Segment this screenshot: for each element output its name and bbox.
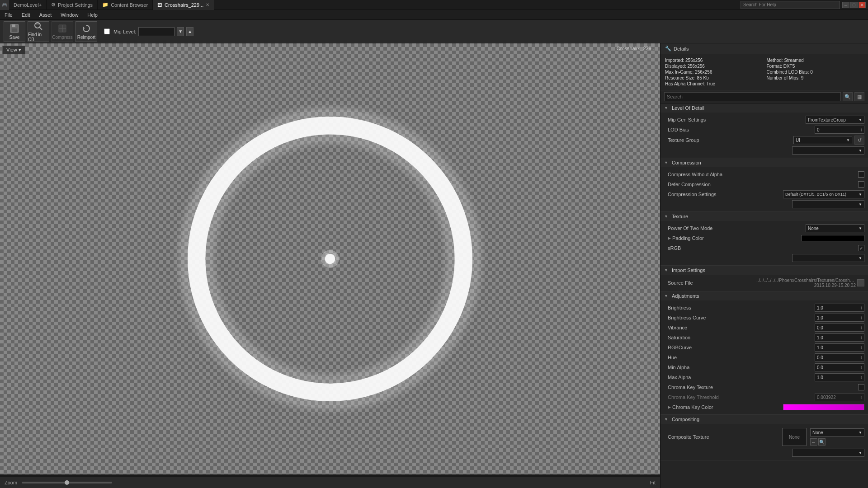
viewport-panel: View ▾ Crosshairs_229... bbox=[0, 43, 660, 488]
save-button[interactable]: Save bbox=[4, 21, 25, 42]
saturation-input[interactable]: 1.0 ⟨ bbox=[815, 333, 864, 342]
composite-search-button[interactable]: 🔍 bbox=[818, 438, 826, 446]
defer-compression-checkbox[interactable] bbox=[858, 181, 864, 188]
spin-icon[interactable]: ⟨ bbox=[861, 346, 862, 350]
brightness-input[interactable]: 1.0 ⟨ bbox=[815, 304, 864, 312]
menu-help[interactable]: Help bbox=[83, 10, 102, 20]
zoom-slider[interactable] bbox=[22, 482, 112, 483]
power-of-two-label: Power Of Two Mode bbox=[668, 225, 806, 231]
spin-icon[interactable]: ⟨ bbox=[861, 356, 862, 360]
texture-name-label: Crosshairs_229... bbox=[617, 46, 656, 51]
source-file-browse-button[interactable]: … bbox=[857, 279, 864, 286]
adjustments-expand-icon: ▼ bbox=[664, 294, 668, 298]
tab-project-settings[interactable]: ⚙Project Settings bbox=[47, 0, 98, 10]
source-file-label: Source File bbox=[668, 280, 756, 286]
fit-label: Fit bbox=[650, 480, 656, 485]
details-search-input[interactable] bbox=[664, 92, 841, 101]
zoom-thumb[interactable] bbox=[65, 480, 69, 485]
title-bar: 🎮 DemoLevel+ ⚙Project Settings 📁Content … bbox=[0, 0, 868, 10]
compression-settings-dropdown[interactable]: Default (DXT1/5, BC1/5 on DX11) ▼ bbox=[783, 190, 864, 198]
combined-lod-label: Combined LOD Bias: 0 bbox=[767, 70, 813, 75]
grid-view-button[interactable]: ▦ bbox=[854, 92, 864, 101]
mip-increment-button[interactable]: ▲ bbox=[186, 27, 193, 36]
chroma-key-color-swatch[interactable] bbox=[783, 404, 864, 410]
num-mips-label: Number of Mips: 9 bbox=[767, 75, 804, 80]
close-button[interactable]: ✕ bbox=[859, 2, 866, 8]
spin-icon[interactable]: ⟨ bbox=[861, 366, 862, 370]
hue-input[interactable]: 0.0 ⟨ bbox=[815, 353, 864, 361]
compress-without-alpha-checkbox[interactable] bbox=[858, 171, 864, 178]
composite-none-thumbnail[interactable]: None bbox=[782, 428, 807, 446]
mip-checkbox[interactable] bbox=[104, 28, 110, 34]
padding-color-swatch[interactable] bbox=[801, 235, 864, 241]
menu-window[interactable]: Window bbox=[56, 10, 83, 20]
view-dropdown[interactable]: View ▾ bbox=[2, 46, 25, 54]
compress-button[interactable]: Compress bbox=[52, 21, 73, 42]
texture-viewport[interactable] bbox=[0, 43, 660, 474]
rgb-curve-input[interactable]: 1.0 ⟨ bbox=[815, 343, 864, 352]
defer-compression-row: Defer Compression bbox=[660, 179, 868, 189]
mip-gen-settings-dropdown[interactable]: FromTextureGroup ▼ bbox=[806, 116, 864, 124]
minimize-button[interactable]: ─ bbox=[842, 2, 849, 8]
chroma-key-texture-label: Chroma Key Texture bbox=[668, 385, 858, 390]
find-in-cb-button[interactable]: Find in CB bbox=[28, 21, 49, 42]
spin-icon[interactable]: ⟨ bbox=[861, 326, 862, 330]
texture-group-reset-button[interactable]: ↺ bbox=[854, 136, 864, 145]
chroma-key-texture-checkbox[interactable] bbox=[858, 384, 864, 390]
spin-icon[interactable]: ⟨ bbox=[861, 306, 862, 310]
tab-content-browser[interactable]: 📁Content Browser bbox=[98, 0, 153, 10]
chroma-key-threshold-input[interactable]: 0.003922 ⟨ bbox=[815, 393, 864, 401]
menu-edit[interactable]: Edit bbox=[17, 10, 35, 20]
compositing-extra-dropdown[interactable]: ▼ bbox=[792, 449, 864, 457]
search-help-input[interactable]: Search For Help bbox=[741, 1, 840, 9]
brightness-curve-input[interactable]: 1.0 ⟨ bbox=[815, 314, 864, 322]
format-label: Format: DXT5 bbox=[767, 64, 795, 69]
mip-level-input[interactable]: 0 bbox=[138, 27, 175, 36]
texture-extra-dropdown[interactable]: ▼ bbox=[792, 254, 864, 262]
power-of-two-dropdown[interactable]: None ▼ bbox=[806, 224, 864, 232]
maximize-button[interactable]: □ bbox=[850, 2, 858, 8]
compression-extra-dropdown[interactable]: ▼ bbox=[792, 200, 864, 208]
tab-demolevel[interactable]: DemoLevel+ bbox=[9, 0, 47, 10]
compression-settings-control: Default (DXT1/5, BC1/5 on DX11) ▼ bbox=[783, 190, 864, 198]
composite-type-dropdown[interactable]: None ▼ bbox=[810, 428, 864, 436]
lod-title: Level Of Detail bbox=[672, 105, 704, 111]
spin-icon[interactable]: ⟨ bbox=[861, 128, 862, 132]
section-compression-header[interactable]: ▼ Compression bbox=[660, 158, 868, 167]
section-adjustments-header[interactable]: ▼ Adjustments bbox=[660, 291, 868, 300]
section-texture-header[interactable]: ▼ Texture bbox=[660, 212, 868, 221]
spin-icon[interactable]: ⟨ bbox=[861, 395, 862, 399]
reimport-button[interactable]: Reimport bbox=[75, 21, 97, 42]
spin-icon[interactable]: ⟨ bbox=[861, 316, 862, 320]
mip-decrement-button[interactable]: ▼ bbox=[177, 27, 184, 36]
menu-asset[interactable]: Asset bbox=[35, 10, 57, 20]
section-import-header[interactable]: ▼ Import Settings bbox=[660, 266, 868, 275]
search-button[interactable]: 🔍 bbox=[843, 92, 853, 101]
texture-group-dropdown[interactable]: UI ▼ bbox=[793, 136, 852, 144]
menu-file[interactable]: File bbox=[0, 10, 17, 20]
tab-close-icon[interactable]: ✕ bbox=[206, 2, 209, 7]
section-compression: ▼ Compression Compress Without Alpha Def… bbox=[660, 158, 868, 212]
lod-bias-row: LOD Bias 0 ⟨ bbox=[660, 125, 868, 135]
max-alpha-input[interactable]: 1.0 ⟨ bbox=[815, 373, 864, 381]
compositing-expand-icon: ▼ bbox=[664, 417, 668, 422]
import-expand-icon: ▼ bbox=[664, 268, 668, 272]
min-alpha-input[interactable]: 0.0 ⟨ bbox=[815, 363, 864, 371]
texture-extra-row: ▼ bbox=[660, 253, 868, 263]
tab-crosshairs[interactable]: 🖼Crosshairs_229... ✕ bbox=[153, 0, 214, 10]
section-lod-header[interactable]: ▼ Level Of Detail bbox=[660, 103, 868, 113]
lod-bias-input[interactable]: 0 ⟨ bbox=[815, 126, 864, 134]
chroma-key-color-row: ▶ Chroma Key Color bbox=[660, 402, 868, 412]
srgb-checkbox[interactable] bbox=[858, 245, 864, 251]
spin-icon[interactable]: ⟨ bbox=[861, 336, 862, 340]
vibrance-input[interactable]: 0.0 ⟨ bbox=[815, 324, 864, 332]
compositing-content: Composite Texture None None ▼ ← 🔍 bbox=[660, 424, 868, 460]
padding-color-control bbox=[801, 235, 864, 241]
section-compositing-header[interactable]: ▼ Compositing bbox=[660, 415, 868, 424]
composite-prev-button[interactable]: ← bbox=[810, 438, 817, 446]
spin-icon[interactable]: ⟨ bbox=[861, 375, 862, 380]
lod-extra-dropdown[interactable]: ▼ bbox=[792, 146, 864, 155]
chevron-down-icon: ▼ bbox=[859, 149, 862, 153]
max-alpha-label: Max Alpha bbox=[668, 375, 815, 380]
hue-row: Hue 0.0 ⟨ bbox=[660, 352, 868, 362]
